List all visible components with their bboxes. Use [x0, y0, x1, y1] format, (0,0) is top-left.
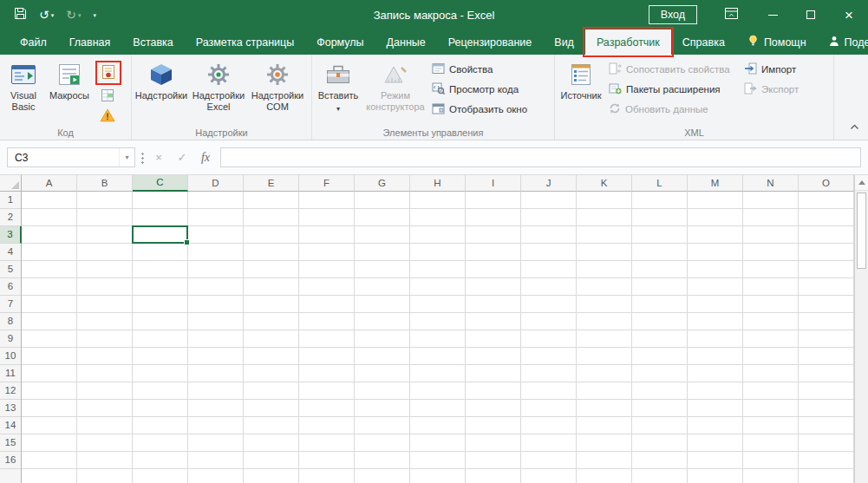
tab-review[interactable]: Рецензирование: [437, 29, 544, 55]
column-header-G[interactable]: G: [355, 175, 410, 192]
save-button[interactable]: [9, 4, 32, 25]
tab-data[interactable]: Данные: [375, 29, 437, 55]
cancel-entry-button[interactable]: ×: [150, 151, 167, 164]
name-box-value: C3: [8, 148, 119, 166]
xml-source-label: Источник: [561, 90, 602, 101]
macros-button[interactable]: Макросы: [45, 57, 94, 120]
grid-cells[interactable]: [22, 192, 854, 483]
row-header-7[interactable]: 7: [0, 296, 21, 313]
row-header-16[interactable]: 16: [0, 452, 21, 469]
refresh-data-label: Обновить данные: [625, 104, 708, 114]
row-header-15[interactable]: 15: [0, 434, 21, 452]
tab-home[interactable]: Главная: [58, 29, 122, 55]
column-header-M[interactable]: M: [688, 175, 743, 192]
row-header-9[interactable]: 9: [0, 330, 21, 348]
show-window-button[interactable]: Отобразить окно: [428, 101, 531, 118]
column-header-H[interactable]: H: [410, 175, 466, 192]
refresh-data-button[interactable]: Обновить данные: [605, 101, 741, 118]
export-button[interactable]: Экспорт: [741, 81, 802, 98]
import-button[interactable]: Импорт: [741, 61, 802, 78]
record-macro-icon: [101, 64, 115, 82]
select-all-corner[interactable]: [0, 175, 22, 192]
macro-security-button[interactable]: [94, 108, 121, 125]
warning-triangle-icon: [100, 108, 115, 124]
xml-small-buttons-right: Импорт Экспорт: [741, 57, 802, 98]
column-header-J[interactable]: J: [521, 175, 577, 192]
row-header-8[interactable]: 8: [0, 313, 21, 330]
visual-basic-icon: [10, 61, 36, 88]
expansion-packs-label: Пакеты расширения: [626, 84, 721, 95]
row-header-12[interactable]: 12: [0, 382, 21, 400]
column-header-F[interactable]: F: [299, 175, 355, 192]
map-properties-button[interactable]: Сопоставить свойства: [605, 61, 741, 78]
row-header-4[interactable]: 4: [0, 244, 21, 261]
row-header-10[interactable]: 10: [0, 348, 21, 365]
column-header-C[interactable]: C: [133, 175, 188, 192]
vertical-scrollbar[interactable]: [854, 175, 868, 483]
com-addins-button[interactable]: Надстройки COM: [248, 57, 307, 120]
record-macro-button[interactable]: [100, 64, 117, 82]
quick-access-toolbar: ↺ ▾ ↻ ▾ ▾: [0, 4, 101, 25]
tab-developer[interactable]: Разработчик: [585, 29, 671, 55]
expansion-packs-icon: [609, 82, 622, 96]
xml-source-button[interactable]: Источник: [557, 57, 605, 120]
share-button[interactable]: Поделиться: [818, 29, 868, 55]
expansion-packs-button[interactable]: Пакеты расширения: [605, 81, 741, 98]
excel-addins-button[interactable]: Надстройки Excel: [189, 57, 248, 120]
minimize-button[interactable]: [754, 0, 792, 29]
column-header-N[interactable]: N: [743, 175, 799, 192]
column-header-B[interactable]: B: [77, 175, 133, 192]
design-mode-button[interactable]: Режим конструктора: [362, 57, 428, 120]
scrollbar-thumb[interactable]: [857, 193, 866, 269]
name-box-dropdown-icon[interactable]: ▾: [119, 148, 134, 166]
column-header-K[interactable]: K: [577, 175, 632, 192]
fill-handle[interactable]: [184, 239, 190, 245]
customize-qat-button[interactable]: ▾: [88, 10, 102, 21]
tab-help[interactable]: Справка: [671, 29, 736, 55]
name-box[interactable]: C3 ▾: [7, 147, 135, 167]
view-code-button[interactable]: Просмотр кода: [428, 81, 531, 98]
tell-me-button[interactable]: Помощн: [736, 29, 818, 55]
tab-page-layout[interactable]: Разметка страницы: [185, 29, 305, 55]
row-header-14[interactable]: 14: [0, 417, 21, 434]
column-header-A[interactable]: A: [22, 175, 77, 192]
com-addins-label: Надстройки COM: [248, 90, 307, 113]
row-header-13[interactable]: 13: [0, 400, 21, 417]
relative-references-button[interactable]: [94, 88, 121, 105]
insert-control-button[interactable]: Вставить ▾: [314, 57, 362, 120]
row-header-11[interactable]: 11: [0, 365, 21, 382]
row-header-6[interactable]: 6: [0, 278, 21, 296]
column-header-L[interactable]: L: [632, 175, 688, 192]
formula-bar-separator[interactable]: [141, 152, 144, 164]
undo-button[interactable]: ↺ ▾: [34, 5, 59, 24]
confirm-entry-button[interactable]: ✓: [173, 151, 191, 164]
insert-function-button[interactable]: fx: [197, 151, 214, 165]
scroll-up-button[interactable]: [855, 175, 868, 191]
collapse-ribbon-button[interactable]: [848, 116, 861, 135]
addins-button[interactable]: Надстройки: [134, 57, 189, 120]
toolbox-icon: [325, 61, 351, 88]
formula-input[interactable]: [220, 147, 861, 167]
redo-button[interactable]: ↻ ▾: [61, 5, 86, 24]
column-header-E[interactable]: E: [244, 175, 299, 192]
tab-file[interactable]: Файл: [9, 29, 58, 55]
close-button[interactable]: ×: [830, 0, 868, 29]
tab-view[interactable]: Вид: [543, 29, 585, 55]
sign-in-button[interactable]: Вход: [649, 5, 697, 24]
row-header-2[interactable]: 2: [0, 209, 21, 226]
visual-basic-button[interactable]: Visual Basic: [2, 57, 45, 120]
column-header-D[interactable]: D: [188, 175, 244, 192]
properties-button[interactable]: Свойства: [428, 61, 531, 78]
ribbon-display-options-button[interactable]: [718, 3, 745, 26]
export-label: Экспорт: [761, 84, 799, 95]
column-header-I[interactable]: I: [466, 175, 521, 192]
tab-insert[interactable]: Вставка: [121, 29, 184, 55]
tab-formulas[interactable]: Формулы: [305, 29, 375, 55]
maximize-button[interactable]: [792, 0, 830, 29]
column-header-O[interactable]: O: [799, 175, 854, 192]
row-header-3[interactable]: 3: [0, 226, 22, 244]
row-header-1[interactable]: 1: [0, 192, 21, 209]
design-mode-icon: [382, 61, 408, 88]
row-header-5[interactable]: 5: [0, 261, 21, 278]
properties-label: Свойства: [449, 64, 493, 75]
